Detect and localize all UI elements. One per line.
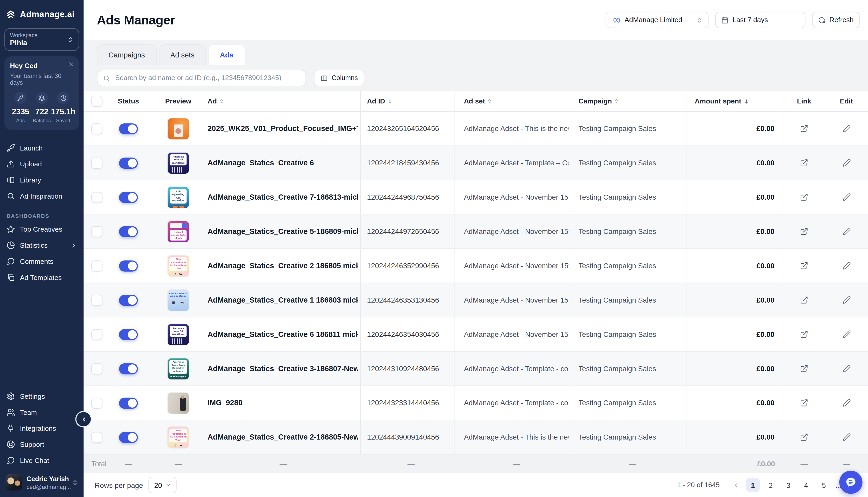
sidebar-collapse-button[interactable]: [77, 412, 91, 426]
edit-pencil-icon[interactable]: [842, 262, 851, 270]
row-checkbox[interactable]: [91, 295, 102, 306]
sidebar-item-launch[interactable]: Launch: [4, 140, 79, 156]
page-button-1[interactable]: 1: [746, 478, 760, 492]
ad-name[interactable]: AdManage_Statics_Creative 3-186807-NewCr…: [208, 365, 358, 373]
sidebar-item-library[interactable]: Library: [4, 172, 79, 188]
edit-pencil-icon[interactable]: [842, 296, 851, 304]
column-header-amount-spent[interactable]: Amount spent: [695, 98, 749, 105]
status-toggle[interactable]: [119, 192, 138, 203]
columns-button[interactable]: Columns: [314, 70, 364, 86]
row-checkbox[interactable]: [91, 226, 102, 237]
brand[interactable]: Admanage.ai: [4, 0, 79, 23]
status-toggle[interactable]: [119, 432, 138, 443]
user-menu[interactable]: Cedric Yarish ced@admanag...: [4, 468, 79, 497]
edit-pencil-icon[interactable]: [842, 433, 851, 442]
tab-campaigns[interactable]: Campaigns: [97, 44, 156, 65]
ad-name[interactable]: AdManage_Statics_Creative 5-186809-micka…: [208, 227, 358, 236]
external-link-icon[interactable]: [800, 330, 808, 339]
external-link-icon[interactable]: [800, 193, 808, 201]
tab-ad-sets[interactable]: Ad sets: [159, 44, 206, 65]
workspace-selector[interactable]: Workspace Pihla: [4, 28, 79, 51]
sidebar-item-statistics[interactable]: Statistics: [4, 237, 79, 253]
edit-pencil-icon[interactable]: [842, 330, 851, 339]
ad-preview-thumbnail[interactable]: Still Uploading Ads Manually?: [168, 187, 189, 208]
edit-pencil-icon[interactable]: [842, 193, 851, 201]
status-toggle[interactable]: [119, 260, 138, 272]
status-toggle[interactable]: [119, 157, 138, 169]
ad-preview-thumbnail[interactable]: [168, 393, 189, 414]
external-link-icon[interactable]: [800, 296, 808, 304]
column-header-campaign[interactable]: Campaign: [578, 98, 619, 105]
ad-preview-thumbnail[interactable]: Launch 100s of Ads in <1min.: [168, 290, 189, 311]
column-header-ad-set[interactable]: Ad set: [464, 98, 492, 105]
ad-name[interactable]: AdManage_Statics_Creative 1 186803 micka…: [208, 296, 358, 304]
status-toggle[interactable]: [119, 295, 138, 306]
row-checkbox[interactable]: [91, 260, 102, 272]
ad-name[interactable]: 2025_WK25_V01_Product_Focused_IMG+TEXT_(: [208, 125, 358, 133]
edit-pencil-icon[interactable]: [842, 399, 851, 407]
ad-name[interactable]: AdManage_Statics_Creative 6: [208, 159, 314, 167]
row-checkbox[interactable]: [91, 329, 102, 340]
external-link-icon[interactable]: [800, 159, 808, 167]
external-link-icon[interactable]: [800, 433, 808, 442]
status-toggle[interactable]: [119, 123, 138, 134]
ad-name[interactable]: AdManage_Statics_Creative 7-186813-micka…: [208, 193, 358, 201]
sidebar-item-live-chat[interactable]: Live Chat: [4, 452, 79, 468]
edit-pencil-icon[interactable]: [842, 365, 851, 373]
ad-preview-thumbnail[interactable]: Automate Your Ad Workflows: [168, 324, 189, 345]
external-link-icon[interactable]: [800, 262, 808, 270]
sidebar-item-support[interactable]: Support: [4, 437, 79, 453]
column-header-ad-id[interactable]: Ad ID: [367, 98, 392, 105]
ad-preview-thumbnail[interactable]: Automate Your Ad Workflows: [168, 153, 189, 174]
sidebar-item-ad-inspiration[interactable]: Ad Inspiration: [4, 188, 79, 204]
status-toggle[interactable]: [119, 398, 138, 409]
edit-pencil-icon[interactable]: [842, 159, 851, 167]
sidebar-item-settings[interactable]: Settings: [4, 388, 79, 404]
page-button-3[interactable]: 3: [781, 478, 795, 492]
edit-pencil-icon[interactable]: [842, 227, 851, 236]
pagination-prev-button[interactable]: [730, 482, 742, 488]
ad-name[interactable]: AdManage_Statics_Creative 6 186811 micka…: [208, 330, 358, 339]
status-toggle[interactable]: [119, 364, 138, 374]
sidebar-item-comments[interactable]: Comments: [4, 253, 79, 269]
ad-preview-thumbnail[interactable]: GLP-1 Patches: [168, 118, 189, 139]
date-range-picker[interactable]: Last 7 days: [715, 12, 805, 28]
sidebar-item-team[interactable]: Team: [4, 404, 79, 420]
select-all-checkbox[interactable]: [91, 96, 102, 107]
edit-pencil-icon[interactable]: [842, 125, 851, 133]
search-box[interactable]: [97, 70, 306, 86]
ad-preview-thumbnail[interactable]: Free Your Team From Repetitive Uploads.: [168, 358, 189, 380]
sidebar-item-ad-templates[interactable]: Ad Templates: [4, 269, 79, 285]
external-link-icon[interactable]: [800, 399, 808, 407]
row-checkbox[interactable]: [91, 123, 102, 134]
external-link-icon[interactable]: [800, 365, 808, 373]
row-checkbox[interactable]: [91, 364, 102, 374]
external-link-icon[interactable]: [800, 227, 808, 236]
tab-ads[interactable]: Ads: [208, 44, 245, 65]
ad-name[interactable]: AdManage_Statics_Creative 2 186805 micka…: [208, 262, 358, 270]
refresh-button[interactable]: Refresh: [812, 12, 860, 28]
page-button-2[interactable]: 2: [763, 478, 778, 492]
page-button-5[interactable]: 5: [816, 478, 831, 492]
status-toggle[interactable]: [119, 226, 138, 237]
status-toggle[interactable]: [119, 329, 138, 340]
page-button-4[interactable]: 4: [799, 478, 813, 492]
ad-preview-thumbnail[interactable]: 96% Reduction in Ad Launching Time: [168, 427, 189, 448]
external-link-icon[interactable]: [800, 125, 808, 133]
row-checkbox[interactable]: [91, 192, 102, 203]
row-checkbox[interactable]: [91, 157, 102, 169]
row-checkbox[interactable]: [91, 432, 102, 443]
search-input[interactable]: [114, 74, 300, 82]
sidebar-item-top-creatives[interactable]: Top Creatives: [4, 221, 79, 237]
column-header-ad[interactable]: Ad: [208, 98, 224, 105]
ad-account-selector[interactable]: AdManage Limited: [606, 12, 709, 28]
close-icon[interactable]: [69, 61, 74, 67]
live-chat-fab[interactable]: [839, 471, 862, 494]
sidebar-item-upload[interactable]: Upload: [4, 156, 79, 172]
ad-preview-thumbnail[interactable]: 1 click 1 minute 100s of ads: [168, 221, 189, 242]
ad-name[interactable]: IMG_9280: [208, 399, 243, 407]
ad-preview-thumbnail[interactable]: 96% Reduction in Ad Launching Time: [168, 256, 189, 276]
sidebar-item-integrations[interactable]: Integrations: [4, 420, 79, 437]
ad-name[interactable]: AdManage_Statics_Creative 2-186805-NewCr…: [208, 433, 358, 442]
row-checkbox[interactable]: [91, 398, 102, 409]
